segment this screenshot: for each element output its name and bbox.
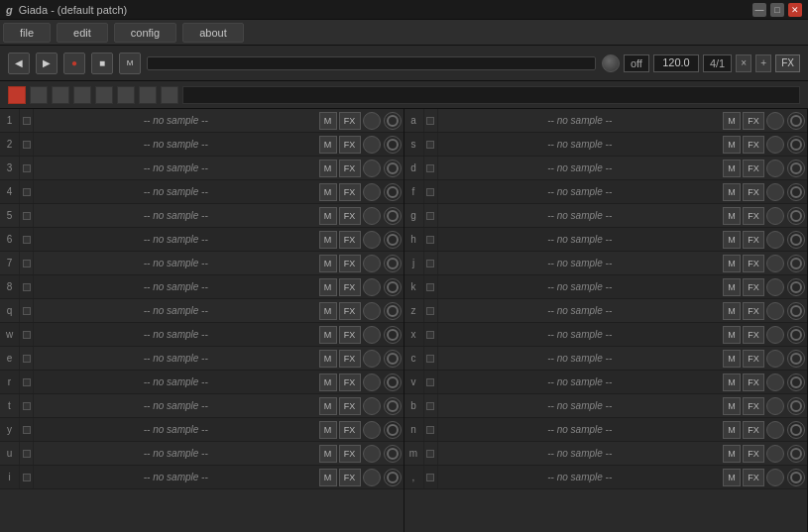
mode-button[interactable] — [363, 421, 381, 439]
fx-channel-button[interactable]: FX — [743, 397, 764, 415]
menu-config[interactable]: config — [114, 23, 176, 43]
mute-button[interactable]: M — [319, 160, 337, 177]
mode-button[interactable] — [766, 183, 784, 201]
mode-button[interactable] — [766, 231, 784, 249]
fx-channel-button[interactable]: FX — [743, 350, 764, 368]
fx-channel-button[interactable]: FX — [339, 350, 361, 368]
mode-button[interactable] — [766, 469, 784, 486]
mute-button[interactable]: M — [319, 469, 337, 486]
record-channel-button[interactable] — [384, 445, 402, 463]
mute-button[interactable]: M — [319, 350, 337, 368]
record-channel-button[interactable] — [787, 255, 805, 272]
mode-button[interactable] — [363, 445, 381, 463]
mode-button[interactable] — [363, 183, 381, 201]
channel-name[interactable]: -- no sample -- — [438, 162, 723, 173]
fx-channel-button[interactable]: FX — [339, 136, 361, 154]
mute-button[interactable]: M — [723, 350, 741, 368]
seq-block-6[interactable] — [139, 86, 157, 104]
fx-channel-button[interactable]: FX — [339, 231, 361, 249]
channel-name[interactable]: -- no sample -- — [438, 234, 723, 245]
record-channel-button[interactable] — [384, 469, 402, 486]
channel-name[interactable]: -- no sample -- — [34, 115, 318, 126]
mute-button[interactable]: M — [723, 112, 741, 130]
mode-button[interactable] — [766, 255, 784, 272]
mute-button[interactable]: M — [319, 373, 337, 391]
fx-channel-button[interactable]: FX — [743, 302, 764, 320]
mute-button[interactable]: M — [319, 183, 337, 201]
mute-button[interactable]: M — [319, 207, 337, 225]
menu-file[interactable]: file — [3, 23, 51, 43]
fx-channel-button[interactable]: FX — [339, 469, 361, 486]
record-channel-button[interactable] — [787, 445, 805, 463]
metronome-button[interactable]: M — [119, 53, 141, 74]
mute-button[interactable]: M — [723, 207, 741, 225]
minus-button[interactable]: × — [736, 54, 751, 72]
stop-button[interactable]: ■ — [91, 53, 113, 74]
fx-channel-button[interactable]: FX — [339, 160, 361, 177]
record-channel-button[interactable] — [787, 231, 805, 249]
mute-button[interactable]: M — [723, 302, 741, 320]
mute-button[interactable]: M — [723, 278, 741, 296]
channel-name[interactable]: -- no sample -- — [34, 281, 318, 292]
record-channel-button[interactable] — [787, 136, 805, 154]
seq-block-1[interactable] — [30, 86, 48, 104]
channel-name[interactable]: -- no sample -- — [438, 186, 723, 197]
mute-button[interactable]: M — [723, 255, 741, 272]
mode-button[interactable] — [363, 160, 381, 177]
mode-button[interactable] — [766, 302, 784, 320]
channel-name[interactable]: -- no sample -- — [438, 305, 723, 316]
channel-name[interactable]: -- no sample -- — [34, 400, 318, 411]
channel-name[interactable]: -- no sample -- — [438, 400, 723, 411]
seq-block-2[interactable] — [52, 86, 69, 104]
menu-about[interactable]: about — [182, 23, 244, 43]
record-button[interactable]: ● — [63, 53, 85, 74]
mute-button[interactable]: M — [319, 255, 337, 272]
fx-channel-button[interactable]: FX — [339, 445, 361, 463]
record-channel-button[interactable] — [787, 326, 805, 344]
record-channel-button[interactable] — [384, 207, 402, 225]
fx-channel-button[interactable]: FX — [743, 160, 764, 177]
record-channel-button[interactable] — [384, 255, 402, 272]
mute-button[interactable]: M — [723, 445, 741, 463]
volume-knob[interactable] — [602, 54, 620, 72]
mute-button[interactable]: M — [723, 421, 741, 439]
mute-button[interactable]: M — [319, 231, 337, 249]
record-channel-button[interactable] — [384, 183, 402, 201]
fx-channel-button[interactable]: FX — [339, 373, 361, 391]
mute-button[interactable]: M — [319, 278, 337, 296]
fx-channel-button[interactable]: FX — [743, 207, 764, 225]
channel-name[interactable]: -- no sample -- — [34, 424, 318, 435]
mute-button[interactable]: M — [319, 112, 337, 130]
mode-button[interactable] — [363, 326, 381, 344]
record-channel-button[interactable] — [787, 160, 805, 177]
channel-name[interactable]: -- no sample -- — [34, 376, 318, 387]
seq-block-7[interactable] — [161, 86, 178, 104]
channel-name[interactable]: -- no sample -- — [34, 139, 318, 150]
channel-name[interactable]: -- no sample -- — [438, 353, 723, 364]
record-channel-button[interactable] — [787, 278, 805, 296]
fx-channel-button[interactable]: FX — [339, 278, 361, 296]
record-channel-button[interactable] — [384, 326, 402, 344]
mode-button[interactable] — [766, 421, 784, 439]
fx-channel-button[interactable]: FX — [339, 302, 361, 320]
mode-button[interactable] — [766, 136, 784, 154]
mute-button[interactable]: M — [319, 302, 337, 320]
record-channel-button[interactable] — [384, 302, 402, 320]
record-channel-button[interactable] — [384, 278, 402, 296]
record-channel-button[interactable] — [384, 373, 402, 391]
bpm-field[interactable]: 120.0 — [653, 54, 699, 72]
mode-button[interactable] — [363, 207, 381, 225]
record-channel-button[interactable] — [384, 231, 402, 249]
fx-channel-button[interactable]: FX — [743, 231, 764, 249]
time-sig-label[interactable]: 4/1 — [703, 54, 732, 72]
mute-button[interactable]: M — [319, 445, 337, 463]
record-channel-button[interactable] — [787, 183, 805, 201]
seq-block-4[interactable] — [95, 86, 113, 104]
record-channel-button[interactable] — [787, 207, 805, 225]
channel-name[interactable]: -- no sample -- — [34, 186, 318, 197]
fx-channel-button[interactable]: FX — [743, 112, 764, 130]
record-channel-button[interactable] — [787, 373, 805, 391]
play-button[interactable]: ▶ — [36, 53, 58, 74]
mode-button[interactable] — [363, 397, 381, 415]
mode-button[interactable] — [766, 397, 784, 415]
